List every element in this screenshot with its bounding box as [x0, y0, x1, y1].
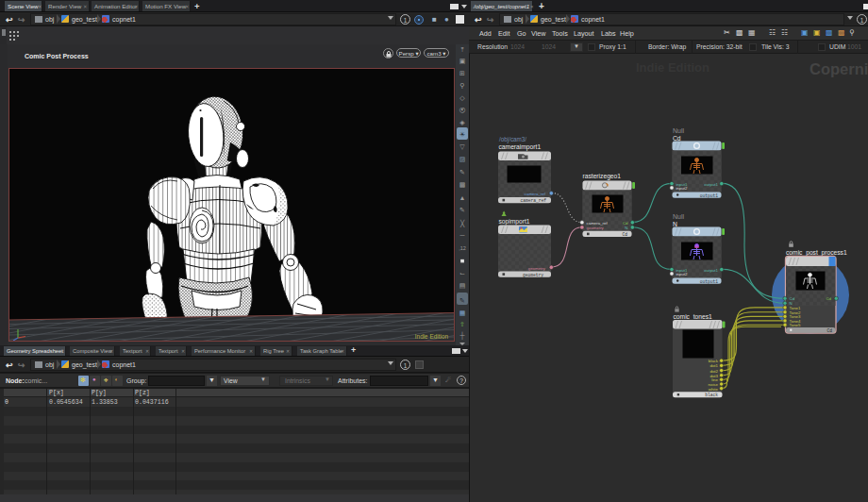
svg-text:⦿: ⦿ — [459, 107, 466, 113]
svg-text:◈: ◈ — [459, 119, 465, 126]
svg-text:black: black — [705, 393, 718, 397]
svg-text:⤒: ⤒ — [460, 46, 463, 53]
svg-text:◽: ◽ — [459, 257, 467, 265]
svg-text:▤: ▤ — [459, 282, 466, 289]
svg-text:╳: ╳ — [459, 219, 465, 227]
svg-text:⚲: ⚲ — [459, 82, 464, 89]
svg-text:✎: ✎ — [459, 169, 465, 176]
svg-text:Null: Null — [673, 127, 685, 134]
svg-text:/obj/cam3/: /obj/cam3/ — [499, 136, 526, 143]
svg-text:▩: ▩ — [459, 181, 466, 188]
svg-text:sopimport1: sopimport1 — [499, 218, 530, 226]
svg-text:┼: ┼ — [459, 331, 465, 341]
svg-text:⊞: ⊞ — [459, 70, 465, 76]
svg-text:camera_ref: camera_ref — [525, 192, 546, 196]
svg-text:─: ─ — [459, 232, 465, 239]
svg-text:Cd: Cd — [673, 135, 681, 142]
svg-text:output1: output1 — [700, 279, 719, 284]
svg-text:camera_ref: camera_ref — [520, 198, 546, 203]
svg-text:geometry: geometry — [587, 226, 605, 230]
svg-text:input2: input2 — [676, 186, 688, 191]
svg-text:Cd: Cd — [826, 296, 831, 301]
svg-text:input2: input2 — [676, 272, 688, 276]
svg-text:geometry: geometry — [523, 273, 543, 277]
svg-text:Tone5: Tone5 — [790, 323, 802, 327]
svg-text:rasterizegeo1: rasterizegeo1 — [583, 173, 622, 180]
svg-text:▨: ▨ — [459, 156, 466, 162]
svg-text:Null: Null — [673, 213, 685, 220]
svg-text:comic_tones1: comic_tones1 — [674, 313, 713, 321]
svg-text:▣: ▣ — [459, 58, 466, 64]
svg-text:Cd: Cd — [622, 232, 627, 237]
svg-text:⌙: ⌙ — [459, 270, 465, 276]
svg-text:✎: ✎ — [459, 297, 465, 304]
svg-text:☀: ☀ — [459, 131, 465, 138]
svg-text:output1: output1 — [700, 193, 719, 198]
svg-text:Indie Edition: Indie Edition — [415, 333, 449, 340]
svg-text:white: white — [709, 387, 719, 392]
svg-text:Indie Edition: Indie Edition — [636, 60, 709, 75]
svg-text:,12: ,12 — [459, 245, 466, 251]
svg-text:geometry: geometry — [528, 266, 546, 271]
svg-text:▽: ▽ — [459, 143, 465, 150]
svg-text:N: N — [625, 226, 627, 230]
svg-text:✎: ✎ — [459, 207, 465, 213]
svg-text:N: N — [673, 221, 677, 227]
svg-text:◇: ◇ — [459, 94, 465, 101]
svg-text:▲: ▲ — [459, 194, 466, 201]
svg-text:output1: output1 — [704, 268, 718, 273]
svg-text:▦: ▦ — [459, 310, 466, 316]
svg-text:comic_post_process1: comic_post_process1 — [786, 249, 847, 257]
svg-text:output1: output1 — [704, 182, 718, 187]
svg-text:Copernicus: Copernicus — [810, 60, 868, 77]
svg-text:cameraimport1: cameraimport1 — [499, 143, 542, 151]
svg-text:Cd: Cd — [826, 328, 832, 333]
svg-text:⇧: ⇧ — [459, 321, 465, 327]
